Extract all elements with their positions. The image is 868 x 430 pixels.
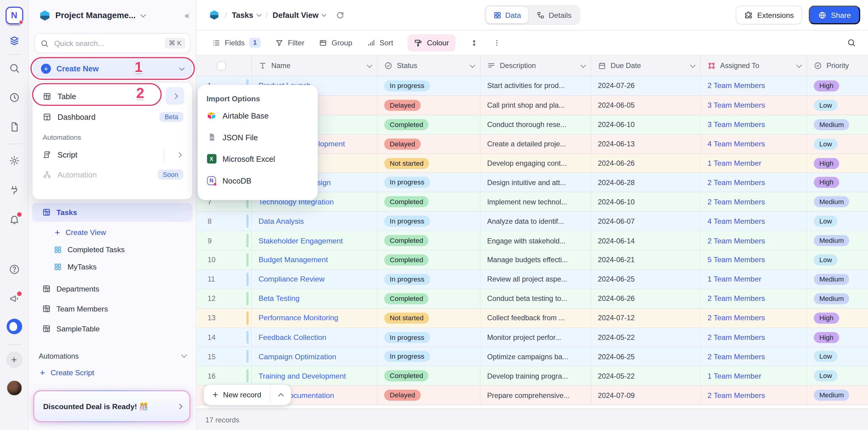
description-cell[interactable]: Design intuitive and att... <box>480 173 591 192</box>
sidebar-table-tasks[interactable]: Tasks <box>32 203 193 222</box>
add-workspace-button[interactable]: + <box>6 351 22 368</box>
description-cell[interactable]: Develop training progra... <box>480 367 591 385</box>
name-cell[interactable]: Feedback Collection <box>252 328 377 347</box>
row-number-cell[interactable]: 13 <box>196 309 252 327</box>
row-number-cell[interactable]: 12 <box>196 289 252 308</box>
description-cell[interactable]: Monitor project perfor... <box>480 328 591 347</box>
reload-icon[interactable] <box>336 11 344 19</box>
priority-cell[interactable]: Medium <box>807 386 868 405</box>
status-cell[interactable]: Completed <box>377 289 480 308</box>
status-cell[interactable]: Completed <box>377 367 480 385</box>
import-option-nocodb[interactable]: NNocoDB <box>207 170 309 191</box>
status-cell[interactable]: Not started <box>377 154 480 173</box>
description-cell[interactable]: Engage with stakehold... <box>480 231 591 250</box>
description-cell[interactable]: Implement new technol... <box>480 193 591 211</box>
notifications-bell-icon[interactable] <box>8 214 20 225</box>
due-date-cell[interactable]: 2024-06-26 <box>591 154 701 173</box>
priority-cell[interactable]: High <box>807 154 868 173</box>
sidebar-table-departments[interactable]: Departments <box>32 279 193 299</box>
priority-cell[interactable]: Low <box>807 251 868 269</box>
tab-data[interactable]: Data <box>486 7 528 23</box>
column-header-due-date[interactable]: Due Date <box>591 55 701 76</box>
extensions-button[interactable]: Extensions <box>736 5 802 24</box>
record-link[interactable]: Budget Management <box>258 256 328 264</box>
automations-section-header[interactable]: Automations <box>29 347 196 364</box>
assigned-to-cell[interactable]: 1 Team Member <box>701 367 807 385</box>
linked-records-link[interactable]: 1 Team Member <box>707 275 761 283</box>
description-cell[interactable]: Optimize campaigns ba... <box>480 347 591 366</box>
status-cell[interactable]: Completed <box>377 251 480 269</box>
row-number-cell[interactable]: 11 <box>196 270 252 288</box>
description-cell[interactable]: Review all project aspe... <box>480 270 591 288</box>
import-option-airtable-base[interactable]: Airtable Base <box>207 105 309 126</box>
group-button[interactable]: Group <box>319 38 352 47</box>
linked-records-link[interactable]: 2 Team Members <box>707 352 765 361</box>
record-link[interactable]: Data Analysis <box>258 217 304 225</box>
priority-cell[interactable]: High <box>807 77 868 95</box>
name-cell[interactable]: Campaign Optimization <box>252 347 377 366</box>
chevron-down-icon[interactable] <box>797 62 802 67</box>
row-number-cell[interactable]: 9 <box>196 231 252 250</box>
due-date-cell[interactable]: 2024-06-05 <box>591 96 701 115</box>
due-date-cell[interactable]: 2024-05-22 <box>591 367 701 385</box>
quick-search-input[interactable] <box>53 38 160 48</box>
sidebar-view-mytasks[interactable]: MyTasks <box>29 258 196 276</box>
quick-search-box[interactable]: ⌘ K <box>34 33 191 53</box>
due-date-cell[interactable]: 2024-05-22 <box>591 328 701 347</box>
assigned-to-cell[interactable]: 2 Team Members <box>701 289 807 308</box>
settings-gear-icon[interactable] <box>8 155 20 166</box>
due-date-cell[interactable]: 2024-06-07 <box>591 212 701 231</box>
linked-records-link[interactable]: 2 Team Members <box>707 82 765 90</box>
description-cell[interactable]: Develop engaging cont... <box>480 154 591 173</box>
assigned-to-cell[interactable]: 2 Team Members <box>701 193 807 211</box>
assigned-to-cell[interactable]: 5 Team Members <box>701 251 807 269</box>
priority-cell[interactable]: Low <box>807 347 868 366</box>
priority-cell[interactable]: Medium <box>807 289 868 308</box>
name-cell[interactable]: Beta Testing <box>252 289 377 308</box>
priority-cell[interactable]: Low <box>807 212 868 231</box>
due-date-cell[interactable]: 2024-07-26 <box>591 77 701 95</box>
row-number-cell[interactable]: 8 <box>196 212 252 231</box>
collapse-sidebar-icon[interactable]: « <box>185 10 188 20</box>
linked-records-link[interactable]: 4 Team Members <box>707 217 765 225</box>
due-date-cell[interactable]: 2024-07-09 <box>591 386 701 405</box>
new-record-expand[interactable] <box>270 385 291 405</box>
due-date-cell[interactable]: 2024-06-25 <box>591 347 701 366</box>
priority-cell[interactable]: Low <box>807 367 868 385</box>
row-number-cell[interactable]: 15 <box>196 347 252 366</box>
column-header-priority[interactable]: Priority <box>807 55 868 76</box>
assigned-to-cell[interactable]: 4 Team Members <box>701 212 807 231</box>
due-date-cell[interactable]: 2024-06-25 <box>591 270 701 288</box>
menu-item-dashboard[interactable]: Dashboard Beta <box>36 107 189 127</box>
expand-table-submenu[interactable] <box>165 87 184 105</box>
chevron-down-icon[interactable] <box>141 12 146 17</box>
description-cell[interactable]: Analyze data to identif... <box>480 212 591 231</box>
description-cell[interactable]: Prepare comprehensive... <box>480 386 591 405</box>
name-cell[interactable]: Budget Management <box>252 251 377 269</box>
linked-records-link[interactable]: 2 Team Members <box>707 294 765 303</box>
integrations-plug-icon[interactable] <box>8 184 20 196</box>
assigned-to-cell[interactable]: 3 Team Members <box>701 96 807 115</box>
name-cell[interactable]: Training and Development <box>252 367 377 385</box>
tab-details[interactable]: Details <box>529 7 579 23</box>
nocodb-logo[interactable]: N <box>5 7 23 25</box>
column-header-description[interactable]: Description <box>480 55 591 76</box>
priority-cell[interactable]: Medium <box>807 115 868 134</box>
chevron-down-icon[interactable] <box>367 62 372 67</box>
status-cell[interactable]: Not started <box>377 309 480 327</box>
name-cell[interactable]: Data Analysis <box>252 212 377 231</box>
sidebar-view-completed-tasks[interactable]: Completed Tasks <box>29 241 196 258</box>
create-script-button[interactable]: + Create Script <box>29 364 196 381</box>
search-records-button[interactable] <box>847 38 856 47</box>
assigned-to-cell[interactable]: 2 Team Members <box>701 173 807 192</box>
chevron-down-icon[interactable] <box>470 62 475 67</box>
record-link[interactable]: Performance Monitoring <box>258 314 338 322</box>
sidebar-table-team-members[interactable]: Team Members <box>32 299 193 319</box>
status-cell[interactable]: Delayed <box>377 135 480 153</box>
status-cell[interactable]: Delayed <box>377 96 480 115</box>
due-date-cell[interactable]: 2024-06-28 <box>591 173 701 192</box>
promo-banner[interactable]: Discounted Deal is Ready! 🎊 <box>33 390 191 422</box>
new-record-button[interactable]: + New record <box>204 385 291 405</box>
breadcrumb-view[interactable]: Default View <box>273 10 326 19</box>
horizontal-scroll-track[interactable] <box>196 405 868 408</box>
